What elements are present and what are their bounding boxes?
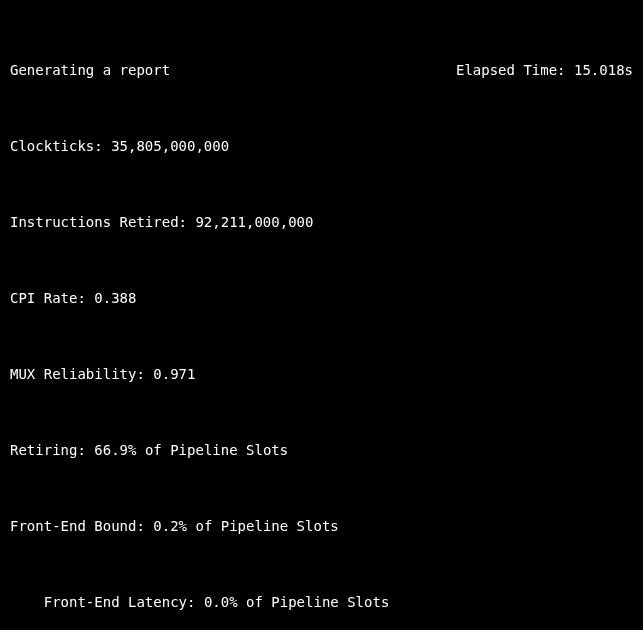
retiring: Retiring: 66.9% of Pipeline Slots [10, 441, 633, 460]
front-end-bound-unit: of Pipeline Slots [195, 518, 338, 534]
front-end-bound-value: 0.2% [153, 518, 187, 534]
clockticks-label: Clockticks [10, 138, 94, 154]
elapsed-time-label: Elapsed Time: [456, 62, 566, 78]
terminal-output: Generating a report Elapsed Time: 15.018… [0, 0, 643, 630]
clockticks: Clockticks: 35,805,000,000 [10, 137, 633, 156]
instructions-retired-value: 92,211,000,000 [195, 214, 313, 230]
retiring-value: 66.9% [94, 442, 136, 458]
retiring-label: Retiring [10, 442, 77, 458]
front-end-latency-label: Front-End Latency [44, 594, 187, 610]
elapsed-time: Elapsed Time: 15.018s [456, 61, 633, 80]
instructions-retired: Instructions Retired: 92,211,000,000 [10, 213, 633, 232]
cpi-rate-value: 0.388 [94, 290, 136, 306]
elapsed-time-value: 15.018s [574, 62, 633, 78]
header-line: Generating a report Elapsed Time: 15.018… [10, 61, 633, 80]
mux-reliability: MUX Reliability: 0.971 [10, 365, 633, 384]
cpi-rate-label: CPI Rate [10, 290, 77, 306]
mux-reliability-value: 0.971 [153, 366, 195, 382]
instructions-retired-label: Instructions Retired [10, 214, 179, 230]
front-end-latency-unit: of Pipeline Slots [246, 594, 389, 610]
mux-reliability-label: MUX Reliability [10, 366, 136, 382]
retiring-unit: of Pipeline Slots [145, 442, 288, 458]
front-end-bound: Front-End Bound: 0.2% of Pipeline Slots [10, 517, 633, 536]
front-end-latency-value: 0.0% [204, 594, 238, 610]
clockticks-value: 35,805,000,000 [111, 138, 229, 154]
front-end-bound-label: Front-End Bound [10, 518, 136, 534]
status-text: Generating a report [10, 61, 170, 80]
cpi-rate: CPI Rate: 0.388 [10, 289, 633, 308]
front-end-latency: Front-End Latency: 0.0% of Pipeline Slot… [10, 593, 633, 612]
